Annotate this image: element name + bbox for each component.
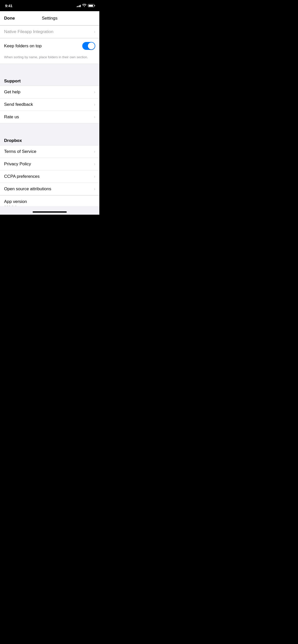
spacer-2 bbox=[0, 123, 99, 132]
rate-us-label: Rate us bbox=[4, 114, 19, 120]
status-bar: 9:41 bbox=[0, 0, 99, 11]
chevron-icon: › bbox=[94, 30, 95, 34]
done-button[interactable]: Done bbox=[4, 16, 15, 21]
privacy-policy-row[interactable]: Privacy Policy › bbox=[0, 158, 99, 170]
chevron-icon: › bbox=[94, 115, 95, 119]
chevron-icon: › bbox=[94, 174, 95, 179]
wifi-icon bbox=[82, 4, 86, 8]
settings-content: Native Fileapp Integration › Keep folder… bbox=[0, 25, 99, 206]
keep-folders-description: When sorting by name, place folders in t… bbox=[0, 53, 99, 64]
chevron-icon: › bbox=[94, 149, 95, 154]
partial-row-label: Native Fileapp Integration bbox=[4, 29, 53, 34]
home-bar bbox=[33, 211, 67, 213]
chevron-icon: › bbox=[94, 102, 95, 107]
ccpa-preferences-label: CCPA preferences bbox=[4, 174, 40, 179]
keep-folders-row: Keep folders on top bbox=[0, 38, 99, 53]
support-list: Get help › Send feedback › Rate us › bbox=[0, 86, 99, 123]
app-version-row: App version 362.3.2 bbox=[0, 195, 99, 206]
send-feedback-label: Send feedback bbox=[4, 102, 33, 107]
keep-folders-label: Keep folders on top bbox=[4, 43, 42, 49]
partial-row-native-fileapp[interactable]: Native Fileapp Integration › bbox=[0, 25, 99, 38]
chevron-icon: › bbox=[94, 187, 95, 191]
battery-icon bbox=[88, 4, 94, 7]
chevron-icon: › bbox=[94, 162, 95, 166]
ccpa-preferences-row[interactable]: CCPA preferences › bbox=[0, 170, 99, 183]
status-time: 9:41 bbox=[5, 4, 12, 8]
spacer-1 bbox=[0, 64, 99, 72]
rate-us-row[interactable]: Rate us › bbox=[0, 111, 99, 123]
dropbox-list: Terms of Service › Privacy Policy › CCPA… bbox=[0, 145, 99, 206]
page-title: Settings bbox=[42, 16, 57, 21]
privacy-policy-label: Privacy Policy bbox=[4, 162, 31, 167]
keep-folders-toggle[interactable] bbox=[82, 42, 95, 50]
terms-of-service-label: Terms of Service bbox=[4, 149, 36, 154]
toggle-thumb bbox=[88, 42, 95, 49]
keep-folders-section: Keep folders on top When sorting by name… bbox=[0, 38, 99, 64]
signal-icon bbox=[77, 4, 81, 7]
app-version-label: App version bbox=[4, 199, 95, 204]
terms-of-service-row[interactable]: Terms of Service › bbox=[0, 145, 99, 158]
send-feedback-row[interactable]: Send feedback › bbox=[0, 98, 99, 111]
open-source-row[interactable]: Open source attributions › bbox=[0, 183, 99, 195]
get-help-label: Get help bbox=[4, 90, 20, 95]
get-help-row[interactable]: Get help › bbox=[0, 86, 99, 98]
chevron-icon: › bbox=[94, 90, 95, 94]
nav-bar: Done Settings bbox=[0, 11, 99, 25]
support-section-header: Support bbox=[0, 72, 99, 86]
status-icons bbox=[77, 4, 94, 8]
dropbox-section-header: Dropbox bbox=[0, 132, 99, 145]
open-source-label: Open source attributions bbox=[4, 186, 51, 192]
home-indicator bbox=[0, 206, 99, 215]
